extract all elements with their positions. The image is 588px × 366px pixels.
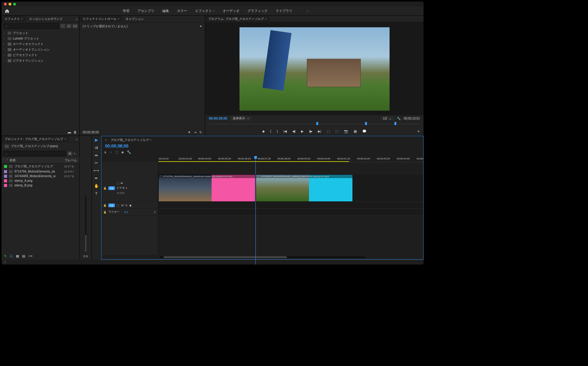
loop-icon[interactable]: ↻ — [199, 131, 202, 134]
wrench-icon[interactable]: 🔧 — [397, 117, 401, 120]
mute-icon[interactable]: ⬚ — [117, 204, 119, 207]
timeline-timecode[interactable]: 00;00;38;00 — [104, 143, 131, 149]
scale-dropdown[interactable]: 1/2⌄ — [380, 116, 394, 120]
new-bin-icon[interactable]: ▬ — [68, 130, 71, 134]
lock-icon[interactable]: 🔒 — [103, 204, 107, 207]
clip-downtown[interactable]: ⬚9714794_MotionElements_downtown-boise-c… — [158, 174, 255, 202]
timeline-scrollbar[interactable] — [160, 256, 365, 258]
tab-color[interactable]: カラー — [177, 9, 187, 13]
caption-tab[interactable]: キャプション — [123, 16, 147, 22]
program-canvas[interactable] — [205, 22, 424, 115]
essential-sound-tab[interactable]: エッセンシャルサウンド — [26, 16, 66, 22]
col-fps[interactable]: フレーム — [65, 158, 77, 162]
icon-view-icon[interactable]: ▦ — [16, 254, 19, 258]
prev-kf-icon[interactable]: ◁ — [117, 191, 119, 194]
a1-track[interactable] — [158, 202, 423, 209]
tree-item-audio-trans[interactable]: ›オーディオトランジション — [3, 47, 78, 52]
extract-icon[interactable]: ⬚ — [335, 129, 338, 133]
in-marker-icon[interactable] — [316, 122, 318, 125]
tree-item-video-fx[interactable]: ›ビデオエフェクト — [3, 52, 78, 58]
tree-item-audio-fx[interactable]: ›オーディオエフェクト — [3, 41, 78, 47]
program-ruler[interactable] — [209, 121, 420, 127]
m-icon[interactable]: M — [121, 204, 124, 207]
tree-item-presets[interactable]: ›プリセット — [3, 30, 78, 36]
type-tool-icon[interactable]: T — [95, 191, 98, 196]
program-tab[interactable]: プログラム: ブログ用_クロスディゾルブ ≡ — [205, 16, 270, 22]
home-icon[interactable] — [5, 9, 9, 13]
work-area-bar[interactable] — [158, 161, 349, 162]
lock-icon[interactable]: 🔒 — [103, 211, 107, 214]
step-back-icon[interactable]: ◀| — [292, 129, 296, 133]
close-window-icon[interactable] — [4, 3, 7, 6]
32bit-badge-icon[interactable]: 32 — [66, 24, 71, 28]
timeline-tracks[interactable]: ⬚9714794_MotionElements_downtown-boise-c… — [158, 162, 423, 255]
project-tab[interactable]: プロジェクト: ブログ用_クロスディゾルブ ≡ — [2, 136, 69, 143]
out-marker-icon[interactable] — [394, 122, 396, 125]
playhead[interactable] — [255, 157, 256, 265]
fit-dropdown[interactable]: 全体表示⌄ — [230, 116, 252, 121]
track-select-tool-icon[interactable]: ⇉ — [95, 145, 98, 150]
button-editor-icon[interactable]: + — [417, 129, 420, 134]
effects-tab[interactable]: エフェクト ≡ — [2, 16, 26, 22]
v1-badge[interactable]: V1 — [108, 186, 115, 190]
pen-tool-icon[interactable]: ✒ — [95, 176, 98, 181]
freeform-view-icon[interactable]: ▤ — [22, 254, 25, 258]
filter-icon[interactable]: ▦ — [67, 151, 72, 156]
slip-tool-icon[interactable]: ⟷ — [93, 168, 99, 173]
eye-icon[interactable]: 👁 — [120, 182, 123, 185]
hand-tool-icon[interactable]: ✋ — [94, 184, 99, 188]
write-icon[interactable]: ✎ — [4, 254, 7, 258]
fxcontrol-tab[interactable]: エフェクトコントロール ≡ — [80, 16, 123, 22]
col-name[interactable]: ⌃ 名前 — [6, 158, 65, 162]
step-forward-icon[interactable]: |▶ — [309, 129, 312, 133]
a1-badge[interactable]: A1 — [108, 204, 115, 207]
minimize-window-icon[interactable] — [9, 3, 11, 6]
mark-in-icon[interactable]: { — [270, 129, 271, 133]
master-track-header[interactable]: 🔒 マスター 0.0 ⤢ — [101, 209, 158, 215]
export-frame-icon[interactable]: 📷 — [344, 129, 348, 133]
master-value[interactable]: 0.0 — [124, 211, 128, 214]
kf-icon[interactable]: ◇ — [120, 191, 122, 194]
timeline-ruler[interactable]: ;00;32;29;00;00;33;2800;00;34;2800;00;35… — [158, 157, 423, 162]
tab-graphics[interactable]: グラフィック — [247, 9, 268, 13]
nest-icon[interactable]: ⚹ — [104, 150, 107, 154]
add-marker-icon[interactable]: ◆ — [262, 129, 265, 133]
panel-overflow-icon[interactable]: » — [74, 137, 79, 141]
play-icon[interactable]: ▶ — [301, 129, 303, 133]
project-item[interactable]: 9714794_MotionElements_do23.976 f — [2, 169, 79, 174]
timeline-tab[interactable]: ブログ用_クロスディゾルブ ≡ — [108, 137, 154, 143]
project-item[interactable]: ブログ用_クロスディゾルブ29.97 fp — [2, 164, 79, 169]
project-search-input[interactable]: ⌕ — [3, 151, 66, 156]
master-track[interactable] — [158, 209, 423, 215]
zoom-slider[interactable]: ○━ — [28, 254, 32, 258]
program-timecode[interactable]: 00;00;38;00 — [209, 116, 227, 120]
project-item[interactable]: 14743489_MotionElements_w29.97 fp — [2, 174, 79, 178]
maximize-window-icon[interactable] — [13, 3, 16, 6]
linked-selection-icon[interactable]: ⬚ — [115, 150, 118, 154]
project-item[interactable]: stamp_B.png — [2, 183, 79, 188]
a1-track-header[interactable]: 🔒 A1 ⬚ M S ◉ — [101, 202, 158, 209]
step-icon[interactable]: ⇥ — [194, 131, 196, 134]
overflow-icon[interactable]: » — [307, 9, 308, 13]
trash-icon[interactable]: 🗑 — [74, 130, 77, 134]
tree-item-lumetri[interactable]: ›Lumetri プリセット — [3, 36, 78, 41]
next-kf-icon[interactable]: ▷ — [123, 191, 125, 194]
v1-track-header[interactable]: 🔒 V1 ⬚ 👁 ビデオ 1 ◁ ◇ ▷ — [101, 174, 158, 202]
playhead-marker-icon[interactable] — [365, 122, 367, 125]
s-icon[interactable]: S — [126, 204, 127, 207]
tab-effects[interactable]: エフェクト ≡ — [195, 9, 215, 13]
v1-track[interactable]: ⬚9714794_MotionElements_downtown-boise-c… — [158, 174, 423, 202]
razor-tool-icon[interactable]: ✂ — [95, 161, 98, 165]
selection-tool-icon[interactable]: ▶ — [95, 138, 98, 142]
list-view-icon[interactable]: ☷ — [10, 254, 13, 258]
tree-item-video-trans[interactable]: ›ビデオトランジション — [3, 58, 78, 63]
comment-icon[interactable]: 💬 — [362, 129, 367, 133]
lock-icon[interactable]: 🔒 — [103, 187, 107, 190]
tab-assembly[interactable]: アセンブリ — [138, 9, 154, 13]
filter-icon[interactable]: ▼ — [188, 131, 191, 134]
ripple-tool-icon[interactable]: ⇹ — [95, 153, 98, 158]
go-to-in-icon[interactable]: |◀ — [283, 129, 287, 133]
tab-library[interactable]: ライブラリ — [276, 9, 292, 13]
clip-walking-man[interactable]: ⬚14743489_MotionElements_walking-man-in-… — [256, 174, 353, 202]
tab-edit[interactable]: 編集 — [162, 9, 169, 13]
